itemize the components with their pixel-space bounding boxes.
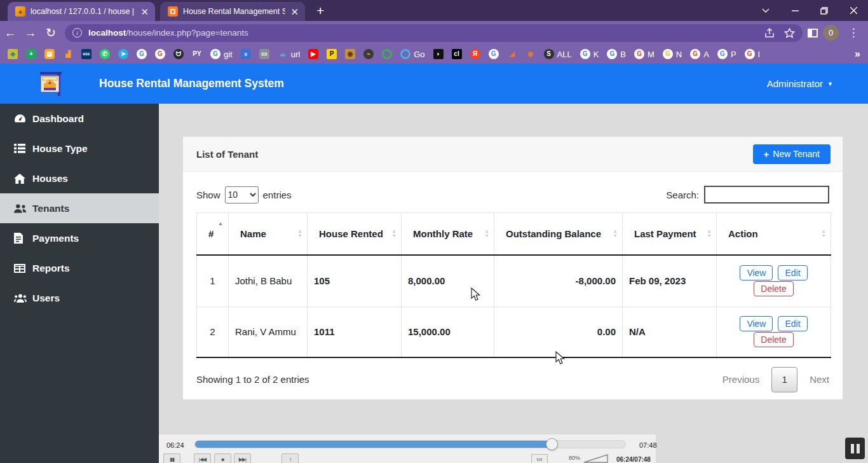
tab-search-chevron-icon[interactable] bbox=[751, 0, 780, 21]
bookmark-item[interactable]: Go bbox=[400, 49, 424, 59]
new-tenant-button[interactable]: + New Tenant bbox=[753, 144, 831, 164]
bookmark-item[interactable]: GM bbox=[634, 49, 654, 59]
minimize-button[interactable] bbox=[780, 0, 810, 21]
page-length-select[interactable]: 10 bbox=[225, 186, 259, 204]
floating-pause-button[interactable] bbox=[845, 438, 865, 459]
player-previous-button[interactable]: |◀◀ bbox=[194, 453, 211, 463]
bookmark-item[interactable]: G bbox=[489, 49, 499, 59]
user-dropdown[interactable]: Administrator ▼ bbox=[767, 78, 833, 89]
sidebar-item-users[interactable]: Users bbox=[0, 283, 159, 313]
cell-last-payment: Feb 09, 2023 bbox=[623, 255, 717, 307]
bookmark-item[interactable]: SALL bbox=[544, 49, 572, 59]
player-stop-button[interactable]: ■ bbox=[214, 453, 231, 463]
bookmark-item[interactable]: GK bbox=[580, 49, 599, 59]
bookmark-item[interactable]: GN bbox=[663, 49, 682, 59]
tab-title: localhost / 127.0.0.1 / house | php bbox=[31, 7, 135, 16]
volume-icon[interactable] bbox=[583, 453, 609, 463]
bookmarks-overflow-icon[interactable]: » bbox=[855, 48, 860, 60]
bookmark-favicon: ▤ bbox=[44, 49, 55, 59]
reload-button[interactable]: ↻ bbox=[41, 25, 61, 40]
sidebar-item-tenants[interactable]: Tenants bbox=[0, 193, 159, 223]
bookmark-item[interactable]: GA bbox=[690, 49, 709, 59]
column-header-name[interactable]: Name▲▼ bbox=[229, 213, 308, 255]
player-seek-handle[interactable] bbox=[546, 438, 558, 450]
bookmark-item[interactable]: ||| bbox=[241, 49, 251, 59]
bookmark-star-icon[interactable] bbox=[784, 28, 795, 38]
sidebar-item-house-type[interactable]: House Type bbox=[0, 134, 159, 163]
sidebar-item-dashboard[interactable]: Dashboard bbox=[0, 104, 159, 134]
sidebar-item-houses[interactable]: Houses bbox=[0, 163, 159, 193]
maximize-button[interactable] bbox=[810, 0, 839, 21]
view-button[interactable]: View bbox=[740, 316, 773, 331]
sidebar-item-payments[interactable]: Payments bbox=[0, 223, 159, 253]
column-header-rate[interactable]: Monthly Rate▲▼ bbox=[402, 213, 494, 255]
bookmark-item[interactable]: cl bbox=[452, 49, 462, 59]
bookmark-item[interactable]: ⌁ bbox=[363, 49, 374, 59]
view-button[interactable]: View bbox=[740, 265, 773, 280]
player-current-time: 06:24 bbox=[166, 441, 184, 449]
tab-close-icon[interactable]: ✕ bbox=[290, 7, 299, 17]
new-tab-button[interactable]: + bbox=[316, 3, 324, 21]
screen: ▲ localhost / 127.0.0.1 / house | php ✕ … bbox=[0, 0, 868, 463]
forward-button[interactable]: → bbox=[20, 26, 41, 40]
bookmark-item[interactable]: GI bbox=[745, 49, 761, 59]
player-pause-button[interactable]: ▮▮ bbox=[163, 453, 180, 463]
column-header-house[interactable]: House Rented▲▼ bbox=[308, 213, 402, 255]
site-info-icon[interactable]: i bbox=[72, 28, 82, 38]
bookmark-item[interactable]: ✆ bbox=[100, 49, 110, 59]
tab-phpmyadmin[interactable]: ▲ localhost / 127.0.0.1 / house | php ✕ bbox=[8, 2, 155, 21]
close-window-button[interactable] bbox=[839, 0, 868, 21]
bookmark-item[interactable]: ▤ bbox=[44, 49, 55, 59]
search-input[interactable] bbox=[704, 186, 829, 204]
bookmark-item[interactable]: PY bbox=[192, 49, 202, 59]
bookmark-item[interactable]: Ggit bbox=[210, 49, 233, 59]
bookmark-item[interactable] bbox=[382, 49, 392, 59]
bookmark-item[interactable]: ◉ bbox=[526, 49, 536, 59]
bookmark-item[interactable]: Я bbox=[470, 49, 480, 59]
column-header-action[interactable]: Action▲▼ bbox=[717, 213, 831, 255]
edit-button[interactable]: Edit bbox=[778, 265, 807, 280]
player-subtitle-button[interactable]: txt bbox=[531, 454, 548, 463]
player-seek-bar[interactable] bbox=[194, 440, 626, 448]
bookmark-item[interactable]: ☁url bbox=[278, 49, 300, 59]
bookmark-item[interactable]: ◉ bbox=[345, 49, 355, 59]
sidebar-item-reports[interactable]: Reports bbox=[0, 253, 159, 283]
bookmark-item[interactable]: ➤ bbox=[118, 49, 128, 59]
bookmark-item[interactable]: ◢ bbox=[507, 49, 517, 59]
table-icon bbox=[14, 264, 27, 273]
tab-close-icon[interactable]: ✕ bbox=[140, 7, 149, 17]
bookmark-item[interactable]: P bbox=[327, 49, 337, 59]
bookmark-item[interactable]: GB bbox=[607, 49, 626, 59]
address-bar[interactable]: i localhost/house/index.php?page=tenants bbox=[65, 24, 803, 42]
bookmark-item[interactable]: + bbox=[26, 49, 36, 59]
player-options-button[interactable]: ↕ bbox=[281, 453, 299, 463]
player-time-display: 06:24/07:48 bbox=[616, 456, 651, 463]
column-header-balance[interactable]: Outstanding Balance▲▼ bbox=[494, 213, 623, 255]
edit-button[interactable]: Edit bbox=[778, 316, 807, 331]
side-panel-icon[interactable] bbox=[808, 29, 818, 38]
column-header-num[interactable]: #▲ bbox=[197, 213, 229, 255]
bookmark-item[interactable]: ▶ bbox=[308, 49, 318, 59]
delete-button[interactable]: Delete bbox=[754, 332, 793, 347]
previous-page-button[interactable]: Previous bbox=[722, 374, 759, 385]
bookmark-item[interactable]: G bbox=[137, 49, 147, 59]
player-next-button[interactable]: ▶▶| bbox=[234, 453, 251, 463]
share-icon[interactable] bbox=[764, 28, 775, 38]
bookmark-item[interactable]: IEEE bbox=[81, 49, 92, 59]
bookmark-item[interactable]: ▭ bbox=[259, 49, 269, 59]
bookmark-item[interactable]: ▟ bbox=[63, 49, 73, 59]
bookmark-item[interactable]: ◆ bbox=[8, 49, 18, 59]
bookmark-item[interactable]: ᗢ bbox=[173, 49, 184, 59]
browser-menu-icon[interactable]: ⋮ bbox=[844, 26, 863, 39]
back-button[interactable]: ← bbox=[0, 26, 20, 40]
next-page-button[interactable]: Next bbox=[810, 374, 829, 385]
column-header-last-payment[interactable]: Last Payment▲▼ bbox=[623, 213, 717, 255]
tab-house-rental[interactable]: House Rental Management Syste ✕ bbox=[160, 2, 305, 21]
bookmark-favicon: G bbox=[489, 49, 499, 59]
bookmark-item[interactable]: GP bbox=[717, 49, 736, 59]
profile-avatar[interactable]: 0 bbox=[823, 25, 839, 41]
delete-button[interactable]: Delete bbox=[754, 281, 793, 296]
bookmark-item[interactable]: G bbox=[155, 49, 165, 59]
bookmark-item[interactable]: ◗ bbox=[433, 49, 444, 59]
page-number-button[interactable]: 1 bbox=[771, 367, 797, 392]
